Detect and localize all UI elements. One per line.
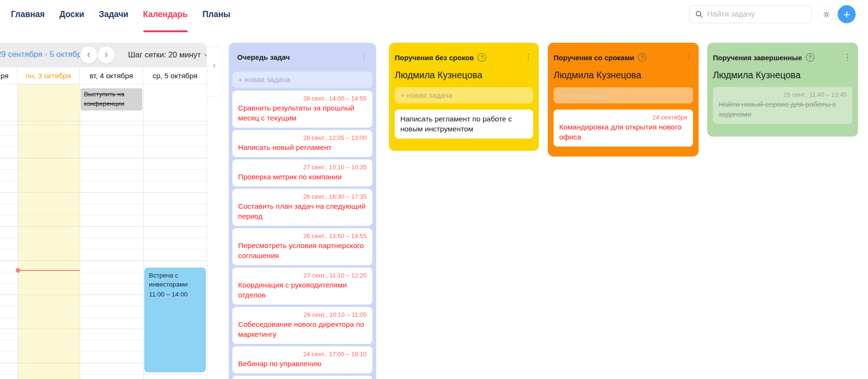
- column-title: Поручения со сроками: [554, 54, 634, 62]
- help-icon[interactable]: ?: [478, 53, 486, 62]
- day-header: ср, 5 октября: [143, 67, 207, 84]
- search-input[interactable]: [707, 10, 805, 18]
- task-card[interactable]: 27 сент., 10:10 – 10:35 Проверка метрик …: [232, 159, 372, 186]
- assignee-name: Людмила Кузнецова: [713, 70, 847, 81]
- calendar-date-range: 29 сентября - 5 октября: [0, 50, 86, 59]
- column-no-deadlines: Поручения без сроков ? ⋮ Людмила Кузнецо…: [389, 43, 539, 151]
- task-card[interactable]: 26 сент., 13:50 – 14:55 Пересмотреть усл…: [232, 228, 372, 265]
- task-date: 26 сент., 16:30 – 17:35: [238, 193, 367, 201]
- task-card[interactable]: 26 сент., 16:30 – 17:35 Составить план з…: [232, 189, 372, 226]
- task-card[interactable]: 24 сент., 17:00 – 18:10 Вебинар по управ…: [232, 346, 372, 373]
- column-completed: Поручения завершенные ? ⋮ Людмила Кузнец…: [707, 43, 858, 137]
- help-icon[interactable]: ?: [806, 53, 814, 62]
- calendar-next-button[interactable]: ›: [98, 46, 115, 64]
- help-icon[interactable]: ?: [638, 53, 646, 62]
- column-divider: [143, 84, 144, 379]
- task-date: 27 сент., 10:10 – 10:35: [238, 163, 367, 171]
- column-title: Поручения завершенные: [713, 54, 802, 62]
- chevron-left-icon: ‹: [207, 60, 222, 70]
- task-card[interactable]: 28 сент., 12:05 – 13:00 Написать новый р…: [232, 130, 372, 157]
- nav-tab-boards[interactable]: Доски: [59, 9, 84, 19]
- task-date: 26 сент., 10:10 – 11:05: [238, 311, 367, 319]
- task-title: Сравнить результаты за прошлый месяц с т…: [238, 103, 367, 123]
- task-title: Написать регламент по работе с новым инс…: [400, 114, 527, 134]
- kebab-menu-icon[interactable]: ⋮: [684, 54, 692, 61]
- search-box: [689, 5, 812, 23]
- current-time-indicator: [18, 270, 80, 271]
- allday-separator: [0, 121, 207, 121]
- task-date: 26 сент., 13:50 – 14:55: [238, 232, 367, 240]
- column-divider: [18, 84, 18, 379]
- topbar: Главная Доски Задачи Календарь Планы +: [0, 0, 868, 41]
- event-title: Встреча с инвесторами: [149, 271, 201, 289]
- calendar-prev-button[interactable]: ‹: [80, 46, 97, 64]
- task-date: 24 сентября: [559, 113, 687, 121]
- task-card[interactable]: 27 сент., 11:10 – 12:20 Координация с ру…: [232, 268, 372, 305]
- calendar-collapse-button[interactable]: ‹: [207, 46, 222, 97]
- calendar-panel: 29 сентября - 5 октября ‹ › Шаг сетки: 2…: [0, 43, 207, 379]
- new-task-input[interactable]: [232, 72, 372, 88]
- kebab-menu-icon[interactable]: ⋮: [843, 54, 851, 61]
- event-investors-meeting[interactable]: Встреча с инвесторами 11:00 – 14:00: [144, 268, 206, 372]
- kebab-menu-icon[interactable]: ⋮: [360, 54, 368, 61]
- kebab-menu-icon[interactable]: ⋮: [524, 54, 532, 61]
- nav-tab-home[interactable]: Главная: [11, 9, 45, 19]
- task-title: Вебинар по управлению: [238, 359, 367, 369]
- assignee-name: Людмила Кузнецова: [395, 70, 527, 81]
- task-date: 28 сент., 14:00 – 14:55: [238, 94, 367, 102]
- settings-button[interactable]: [818, 6, 835, 23]
- task-date: 25 сент., 11:40 – 13:40: [719, 91, 847, 99]
- gear-icon: [822, 10, 831, 19]
- nav-tab-plans[interactable]: Планы: [203, 9, 231, 19]
- task-title: Проверка метрик по компании: [238, 172, 367, 182]
- task-card-partial[interactable]: [232, 376, 372, 379]
- day-header-partial: ря: [0, 67, 18, 84]
- nav-tab-tasks[interactable]: Задачи: [99, 9, 129, 19]
- task-date: 27 сент., 11:10 – 12:20: [238, 271, 367, 279]
- calendar-header: 29 сентября - 5 октября ‹ › Шаг сетки: 2…: [0, 43, 207, 67]
- allday-separator: [0, 124, 207, 125]
- grid-step-label: Шаг сетки: 20 минут: [128, 50, 201, 59]
- task-card-completed[interactable]: 25 сент., 11:40 – 13:40 Найти новый серв…: [713, 87, 852, 124]
- main-nav: Главная Доски Задачи Календарь Планы: [11, 9, 231, 19]
- task-title: Координация с руководителями отделов: [238, 280, 367, 300]
- calendar-day-headers: ря пн, 3 октября вт, 4 октября ср, 5 окт…: [0, 67, 207, 84]
- task-title: Написать новый регламент: [238, 142, 367, 152]
- grid-step-dropdown[interactable]: Шаг сетки: 20 минут: [128, 50, 207, 59]
- add-task-button[interactable]: +: [838, 5, 856, 23]
- task-title: Собеседование нового директора по маркет…: [238, 319, 367, 339]
- column-title: Очередь задач: [237, 53, 290, 61]
- day-header-today: пн, 3 октября: [18, 67, 80, 84]
- column-title: Поручения без сроков: [395, 54, 474, 62]
- column-with-deadlines: Поручения со сроками ? ⋮ Людмила Кузнецо…: [548, 43, 699, 157]
- assignee-name: Людмила Кузнецова: [554, 70, 687, 81]
- task-card[interactable]: 26 сент., 10:10 – 11:05 Собеседование но…: [232, 307, 372, 344]
- calendar-grid: Выступить на конференции Встреча с инвес…: [0, 84, 207, 379]
- task-title: Составить план задач на следующий период: [238, 201, 367, 221]
- column-divider: [207, 84, 207, 379]
- new-task-input[interactable]: [554, 87, 693, 103]
- column-task-queue: Очередь задач ⋮ 28 сент., 14:00 – 14:55 …: [229, 43, 376, 379]
- task-card[interactable]: 28 сент., 14:00 – 14:55 Сравнить результ…: [232, 91, 372, 128]
- day-header: вт, 4 октября: [80, 67, 143, 84]
- new-task-input[interactable]: [395, 87, 533, 103]
- column-divider: [80, 84, 80, 379]
- event-completed-conference[interactable]: Выступить на конференции: [81, 88, 142, 111]
- search-icon: [695, 10, 703, 18]
- task-card[interactable]: 24 сентября Командировка для открытия но…: [554, 110, 693, 147]
- task-date: 28 сент., 12:05 – 13:00: [238, 134, 367, 142]
- task-card[interactable]: Написать регламент по работе с новым инс…: [395, 110, 533, 139]
- task-title: Пересмотреть условия партнерского соглаш…: [238, 240, 367, 260]
- task-title: Найти новый сервис для работы с задачами: [719, 99, 847, 119]
- task-date: 24 сент., 17:00 – 18:10: [238, 350, 367, 358]
- nav-tab-calendar[interactable]: Календарь: [143, 9, 188, 19]
- event-time: 11:00 – 14:00: [149, 290, 201, 299]
- task-title: Командировка для открытия нового офиса: [559, 122, 687, 142]
